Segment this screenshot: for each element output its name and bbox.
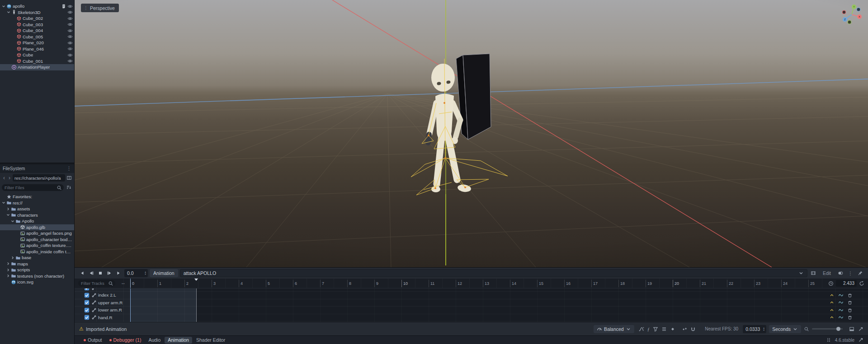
fs-entry-Apollo[interactable]: Apollo [0,218,74,224]
snap-mode-dropdown[interactable]: Balanced [594,325,634,333]
fs-entry-apollo-angel-faces-png[interactable]: apollo_angel faces.png [0,230,74,237]
key-diamond-icon[interactable] [670,326,675,332]
scene-node-Cube_005[interactable]: Cube_005 [0,34,74,40]
track-enabled-checkbox[interactable] [84,293,90,298]
track-partial[interactable] [75,288,868,292]
visibility-eye-icon[interactable] [67,4,73,9]
filter-files-input[interactable] [2,184,64,191]
visibility-eye-icon[interactable] [67,34,73,39]
fs-entry-apollo-character-body-te-[interactable]: apollo_character body te... [0,237,74,243]
collapse-icon[interactable] [6,261,10,266]
perspective-menu[interactable]: ⋮ Perspective [81,4,119,12]
function-keys-icon[interactable]: ƒ [647,326,650,332]
filter-funnel-icon[interactable] [653,326,658,332]
collapse-icon[interactable] [1,4,6,9]
axis-gizmo[interactable]: Y X Z [840,3,863,26]
stop-button[interactable] [96,269,104,277]
visibility-eye-icon[interactable] [67,58,73,64]
path-input[interactable] [13,174,65,181]
track-enabled-checkbox[interactable] [84,315,90,320]
track-list-icon[interactable] [661,326,667,332]
fs-entry-apollo-coffin-texture-png[interactable]: apollo_coffin texture.png [0,242,74,249]
play-forwards-button[interactable] [114,269,123,277]
bezier-curves-icon[interactable] [639,326,644,332]
visibility-eye-icon[interactable] [67,9,73,15]
edit-menu-button[interactable]: Edit [819,269,835,277]
scene-node-Plane_020[interactable]: Plane_020 [0,40,74,46]
status-tab-debugger-1-[interactable]: Debugger (1) [106,337,145,344]
status-tab-animation[interactable]: Animation [165,337,192,344]
status-tab-output[interactable]: Output [80,337,105,344]
scene-node-Cube_003[interactable]: Cube_003 [0,22,74,28]
spin-arrows-icon[interactable]: ▴▾ [763,327,764,331]
time-spinbox[interactable]: 0.0 ▴▾ [124,269,148,277]
snap-keys-icon[interactable] [690,326,696,332]
scene-node-apollo[interactable]: apollo [0,3,74,9]
loop-icon[interactable] [859,281,864,286]
interpolation-mode-icon[interactable] [838,315,844,320]
3d-viewport[interactable]: ⋮ Perspective Y X Z [75,0,868,267]
zoom-slider[interactable] [812,328,843,330]
interpolation-mode-icon[interactable] [838,307,844,313]
fs-entry-apollo-inside-coffin-textu-[interactable]: apollo_inside coffin textu... [0,249,74,255]
animation-length-field[interactable]: 2.433 [836,280,857,287]
timeline-ruler[interactable]: ↔ 2.433 01234567891011121314151617181920… [75,279,868,288]
interpolation-mode-icon[interactable] [838,293,844,298]
spin-arrows-icon[interactable]: ▴▾ [145,271,146,275]
fs-entry-Favorites-[interactable]: Favorites: [0,194,74,200]
status-tab-audio[interactable]: Audio [145,337,164,344]
visibility-eye-icon[interactable] [67,46,73,51]
scene-node-Cube_002[interactable]: Cube_002 [0,15,74,22]
grid-handle-icon[interactable] [826,337,831,343]
visibility-eye-icon[interactable] [67,40,73,46]
visibility-eye-icon[interactable] [67,22,73,27]
fs-entry-res-[interactable]: res:// [0,200,74,206]
scene-node-Skeleton3D[interactable]: Skeleton3D [0,9,74,16]
history-back-icon[interactable]: ‹ [2,175,6,181]
imported-animation-warning[interactable]: ⚠ Imported Animation [79,326,127,332]
time-unit-dropdown[interactable]: Seconds [769,325,801,333]
collapse-icon[interactable] [6,212,10,218]
play-from-start-button[interactable] [105,269,113,277]
more-options-icon[interactable]: ⋮ [846,269,854,277]
insert-key-icon[interactable] [682,326,687,332]
collapse-icon[interactable] [10,218,15,224]
panel-bottom-icon[interactable] [849,326,854,332]
scene-node-Cube[interactable]: Cube [0,52,74,58]
fs-entry-maps[interactable]: maps [0,261,74,267]
fs-entry-textures-non-character-[interactable]: textures (non character) [0,273,74,279]
visibility-eye-icon[interactable] [67,28,73,33]
track-lower-arm-R[interactable]: lower arm.R [75,307,868,314]
status-tab-shader-editor[interactable]: Shader Editor [193,337,228,344]
play-backwards-from-end-button[interactable] [87,269,95,277]
track-index-2-L[interactable]: index 2.L [75,292,868,299]
visibility-eye-icon[interactable] [67,16,73,21]
collapse-icon[interactable] [1,200,6,205]
expand-bottom-panel-icon[interactable] [858,337,863,343]
fs-entry-base[interactable]: base [0,255,74,261]
animation-select[interactable]: attack APOLLO [180,269,807,277]
update-mode-icon[interactable] [829,300,835,305]
update-mode-icon[interactable] [829,293,835,298]
track-enabled-checkbox[interactable] [84,307,90,313]
zoom-slider-knob[interactable] [836,327,840,331]
collapse-icon[interactable] [6,267,10,273]
scene-node-Plane_046[interactable]: Plane_046 [0,46,74,52]
delete-track-icon[interactable] [847,293,853,298]
script-icon[interactable] [61,4,66,9]
pin-panel-icon[interactable] [856,269,864,277]
track-upper-arm-R[interactable]: upper arm.R [75,299,868,307]
fs-entry-apollo-glb[interactable]: apollo.glb [0,224,74,231]
track-hand-R[interactable]: hand.R [75,314,868,322]
scene-node-Cube_001[interactable]: Cube_001 [0,58,74,65]
collapse-icon[interactable] [6,9,11,15]
scene-node-Cube_004[interactable]: Cube_004 [0,28,74,34]
fs-entry-icon-svg[interactable]: icon.svg [0,279,74,285]
visibility-eye-icon[interactable] [67,52,73,58]
collapse-icon[interactable] [10,255,15,260]
animation-end-marker[interactable] [194,279,198,281]
step-spinbox[interactable]: 0.0333 ▴▾ [743,325,766,333]
collapse-icon[interactable] [6,273,10,279]
track-enabled-checkbox[interactable] [84,300,90,305]
sort-files-icon[interactable] [65,185,72,190]
